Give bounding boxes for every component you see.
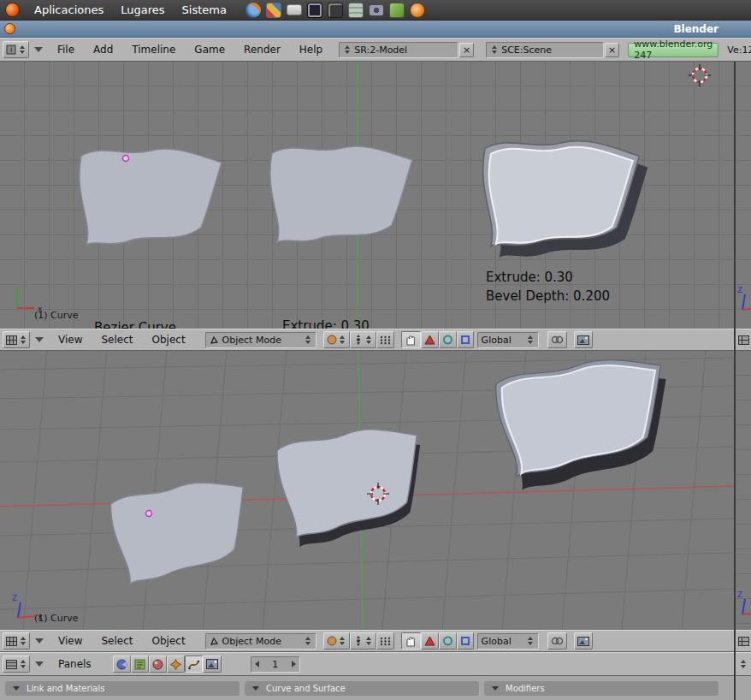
rotate-manipulator-button[interactable] bbox=[439, 632, 457, 650]
manipulator-toggle-button[interactable] bbox=[401, 331, 421, 348]
proportional-edit-button[interactable] bbox=[547, 331, 567, 348]
render-preview-button[interactable] bbox=[574, 331, 593, 348]
orientation-stepper[interactable] bbox=[527, 335, 535, 344]
panel-link-and-materials[interactable]: Link and Materials bbox=[5, 681, 239, 696]
window-titlebar[interactable]: Blender bbox=[0, 21, 751, 38]
menu-view[interactable]: View bbox=[49, 635, 92, 647]
monitor-icon[interactable] bbox=[307, 3, 322, 18]
mode-dropdown[interactable]: Object Mode bbox=[205, 332, 316, 348]
script-context-button[interactable] bbox=[131, 656, 149, 673]
menu-object[interactable]: Object bbox=[143, 334, 195, 346]
editor-type-selector[interactable] bbox=[3, 331, 30, 348]
orientation-dropdown[interactable]: Global bbox=[477, 633, 539, 650]
header-collapse-icon[interactable] bbox=[35, 337, 44, 342]
menu-select[interactable]: Select bbox=[92, 635, 142, 647]
draw-type-dropdown[interactable] bbox=[323, 331, 350, 348]
places-menu[interactable]: Lugares bbox=[112, 0, 173, 21]
viewport-header-top: View Select Object Object Mode bbox=[0, 329, 734, 351]
draw-type-stepper[interactable] bbox=[339, 335, 346, 344]
draw-type-dropdown[interactable] bbox=[323, 632, 350, 650]
panel-curve-and-surface[interactable]: Curve and Surface bbox=[245, 681, 479, 696]
logic-context-button[interactable] bbox=[113, 656, 131, 673]
menu-view[interactable]: View bbox=[49, 334, 92, 346]
beveled-curve-object-persp[interactable] bbox=[493, 351, 679, 492]
window-type-selector[interactable]: i bbox=[3, 41, 29, 58]
frame-prev-icon[interactable] bbox=[255, 661, 259, 667]
editor-type-stepper[interactable] bbox=[19, 660, 27, 668]
scale-manipulator-button[interactable] bbox=[457, 331, 474, 348]
editor-type-selector[interactable] bbox=[3, 656, 30, 673]
layers-button[interactable] bbox=[376, 632, 394, 650]
firefox-icon[interactable] bbox=[245, 3, 261, 18]
translate-manipulator-button[interactable] bbox=[421, 331, 439, 348]
update-swirl-icon[interactable] bbox=[410, 3, 425, 18]
orientation-dropdown[interactable]: Global bbox=[477, 332, 539, 348]
render-preview-button[interactable] bbox=[574, 632, 593, 650]
scene-close-button[interactable]: × bbox=[605, 43, 619, 57]
terminal-icon[interactable] bbox=[328, 3, 343, 18]
menu-render[interactable]: Render bbox=[234, 44, 290, 56]
proportional-edit-button[interactable] bbox=[547, 632, 567, 650]
menu-select[interactable]: Select bbox=[92, 334, 142, 346]
translate-manipulator-button[interactable] bbox=[421, 632, 439, 650]
draw-type-stepper[interactable] bbox=[339, 637, 346, 645]
manipulator-toggle-button[interactable] bbox=[401, 632, 421, 650]
menu-file[interactable]: File bbox=[48, 44, 84, 56]
bezier-curve-object-persp[interactable] bbox=[108, 475, 256, 585]
panels-menu[interactable]: Panels bbox=[49, 658, 101, 670]
editor-type-stepper[interactable] bbox=[19, 335, 27, 344]
editor-type-stepper[interactable] bbox=[739, 660, 747, 668]
extruded-curve-object-persp[interactable] bbox=[275, 421, 433, 549]
orientation-stepper[interactable] bbox=[527, 637, 535, 645]
rotate-manipulator-button[interactable] bbox=[439, 331, 457, 348]
window-type-stepper[interactable] bbox=[18, 45, 26, 54]
pivot-dropdown[interactable] bbox=[350, 632, 376, 650]
panel-modifiers[interactable]: Modifiers bbox=[484, 681, 718, 696]
menu-game[interactable]: Game bbox=[185, 44, 234, 56]
keyboard-icon[interactable] bbox=[287, 4, 302, 15]
package-icon[interactable] bbox=[389, 3, 405, 18]
menu-object[interactable]: Object bbox=[143, 635, 195, 647]
pivot-stepper[interactable] bbox=[365, 637, 373, 645]
editor-type-selector[interactable] bbox=[3, 632, 30, 650]
frame-next-icon[interactable] bbox=[292, 661, 296, 667]
editing-context-button[interactable] bbox=[185, 656, 203, 673]
scene-stepper[interactable] bbox=[490, 45, 498, 54]
camera-icon[interactable] bbox=[369, 4, 384, 16]
blender-org-link[interactable]: www.blender.org 247 bbox=[628, 43, 718, 57]
header-collapse-icon[interactable] bbox=[34, 47, 43, 52]
calculator-icon[interactable] bbox=[348, 3, 364, 18]
extruded-curve-object[interactable] bbox=[270, 146, 412, 242]
header-collapse-icon[interactable] bbox=[35, 661, 44, 667]
viewport-top[interactable]: x Bezier Curve Extrude: 0.30 Extrude: 0.… bbox=[0, 62, 734, 329]
layers-button[interactable] bbox=[376, 331, 394, 348]
mode-stepper[interactable] bbox=[305, 637, 312, 645]
beveled-curve-object[interactable] bbox=[483, 141, 648, 258]
sliver-viewport-bottom[interactable]: Z bbox=[736, 351, 751, 630]
frame-number-field[interactable]: 1 bbox=[251, 656, 300, 673]
viewport-bottom[interactable]: Z x (1) Curve bbox=[0, 351, 734, 630]
shading-context-button[interactable] bbox=[149, 656, 167, 673]
menu-add[interactable]: Add bbox=[84, 44, 122, 56]
pivot-stepper[interactable] bbox=[365, 335, 373, 344]
mode-stepper[interactable] bbox=[305, 335, 312, 344]
object-context-button[interactable] bbox=[167, 656, 185, 673]
graphics-tool-icon[interactable] bbox=[266, 3, 281, 18]
header-collapse-icon[interactable] bbox=[35, 638, 44, 644]
mode-dropdown[interactable]: Object Mode bbox=[205, 633, 316, 650]
scale-manipulator-button[interactable] bbox=[457, 632, 474, 650]
menu-help[interactable]: Help bbox=[290, 44, 332, 56]
scene-context-button[interactable] bbox=[203, 656, 222, 673]
ubuntu-logo-icon[interactable] bbox=[5, 3, 20, 17]
screen-selector[interactable]: SR:2-Model bbox=[339, 42, 458, 58]
menu-timeline[interactable]: Timeline bbox=[122, 44, 185, 56]
editor-type-stepper[interactable] bbox=[19, 637, 27, 645]
applications-menu[interactable]: Aplicaciones bbox=[26, 0, 112, 21]
screen-close-button[interactable]: × bbox=[459, 43, 474, 57]
sliver-viewport-top[interactable]: Z bbox=[736, 62, 751, 329]
system-menu[interactable]: Sistema bbox=[174, 0, 235, 21]
scene-selector[interactable]: SCE:Scene bbox=[486, 42, 604, 58]
pivot-dropdown[interactable] bbox=[350, 331, 376, 348]
screen-stepper[interactable] bbox=[343, 45, 351, 54]
bezier-curve-object[interactable] bbox=[80, 149, 222, 245]
